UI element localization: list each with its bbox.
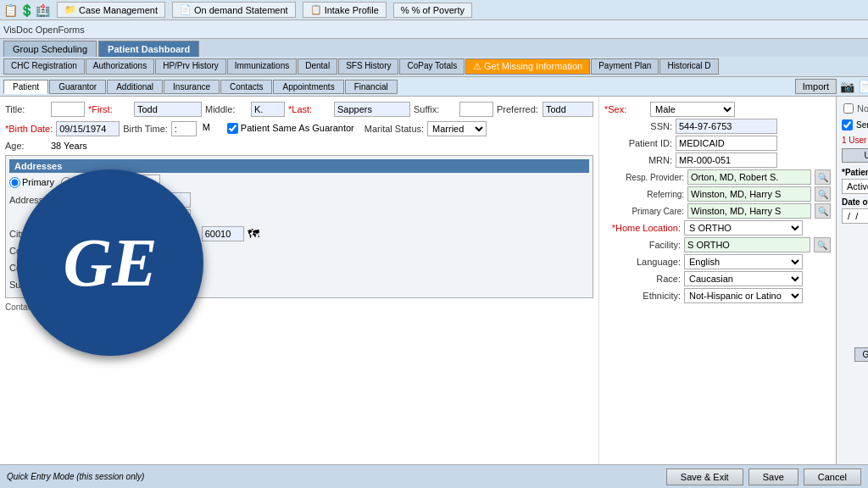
camera-icon: 📷 [840, 80, 854, 93]
percent-icon: % [401, 5, 409, 15]
tab-dental[interactable]: Dental [298, 58, 337, 75]
tab-patient[interactable]: Patient [3, 80, 48, 94]
patient-status-select[interactable]: Active [842, 179, 868, 194]
sex-code: M [200, 121, 217, 136]
patient-id-input[interactable] [676, 136, 777, 151]
tab-sfs-history[interactable]: SFS History [338, 58, 398, 75]
tab-financial[interactable]: Financial [345, 80, 398, 94]
top-bar: 📋 💲 🏥 📁 Case Management 📄 On demand Stat… [0, 0, 868, 20]
date-of-death-section: Date of Death: [842, 197, 868, 224]
marital-select[interactable]: Married [427, 121, 487, 136]
last-name-input[interactable] [334, 102, 410, 117]
tab-historical[interactable]: Historical D [659, 58, 718, 75]
referring-row: Referring: 🔍 [604, 186, 831, 202]
import-button[interactable]: Import [795, 79, 837, 94]
user-denied-text: 1 User denied access [842, 136, 868, 145]
ssn-label: SSN: [604, 121, 672, 131]
tab-chc-registration[interactable]: CHC Registration [3, 58, 85, 75]
race-select[interactable]: Caucasian [684, 271, 803, 286]
birthdate-label: *Birth Date: [5, 124, 53, 134]
tab-patient-dashboard[interactable]: Patient Dashboard [98, 41, 199, 57]
primary-care-label: Primary Care: [604, 207, 684, 216]
tab-insurance[interactable]: Insurance [164, 80, 220, 94]
sex-label: *Sex: [604, 104, 647, 114]
photo-buttons: Get Photo Remove Photo [842, 347, 868, 362]
save-exit-button[interactable]: Save & Exit [666, 469, 743, 485]
no-documents-checkbox[interactable] [843, 103, 854, 114]
tab-payment-plan[interactable]: Payment Plan [591, 58, 659, 75]
poverty-btn[interactable]: % % of Poverty [393, 3, 472, 18]
ssn-row: SSN: [604, 119, 831, 134]
language-select[interactable]: English [684, 254, 803, 269]
race-label: Race: [604, 274, 681, 284]
title-input[interactable] [51, 102, 85, 117]
save-button[interactable]: Save [748, 469, 798, 485]
language-label: Language: [604, 257, 681, 267]
suffix-input[interactable] [459, 102, 493, 117]
birthtime-label: Birth Time: [123, 124, 168, 134]
resp-provider-row: Resp. Provider: 🔍 [604, 169, 831, 185]
date-of-death-input[interactable] [842, 208, 868, 224]
tab-guarantor[interactable]: Guarantor [49, 80, 106, 94]
folder-icon: 📁 [64, 4, 76, 15]
tab-appointments[interactable]: Appointments [273, 80, 343, 94]
ethnicity-select[interactable]: Not-Hispanic or Latino [684, 288, 803, 303]
user-specific-access-button[interactable]: User Specific Chart Access... [842, 148, 868, 163]
age-label: Age: [5, 141, 47, 151]
language-row: Language: English [604, 254, 831, 269]
resp-provider-input[interactable] [687, 169, 811, 185]
preferred-input[interactable] [542, 102, 593, 117]
tab-additional[interactable]: Additional [107, 80, 163, 94]
patient-status-section: *Patient Status: Active [842, 168, 868, 194]
birthtime-input[interactable] [171, 121, 197, 136]
first-name-input[interactable] [134, 102, 202, 117]
marital-label: Marital Status: [364, 124, 424, 134]
ssn-input[interactable] [676, 119, 777, 134]
get-photo-button[interactable]: Get Photo [854, 347, 868, 362]
facility-search[interactable]: 🔍 [814, 237, 831, 252]
tab-group-scheduling[interactable]: Group Scheduling [3, 41, 97, 57]
birth-row: *Birth Date: Birth Time: M Patient Same … [5, 121, 593, 136]
on-demand-statement-btn[interactable]: 📄 On demand Statement [172, 2, 296, 18]
toolbar-icons: 📋 💲 🏥 [3, 3, 50, 17]
doc2-icon: 📄 [858, 80, 868, 93]
middle-name-input[interactable] [251, 102, 285, 117]
doc-icon: 📄 [180, 4, 192, 15]
intake-profile-btn[interactable]: 📋 Intake Profile [303, 2, 387, 18]
case-management-btn[interactable]: 📁 Case Management [57, 2, 165, 18]
tab-hp-prv-history[interactable]: HP/Prv History [155, 58, 226, 75]
tab-immunizations[interactable]: Immunizations [227, 58, 297, 75]
primary-care-search[interactable]: 🔍 [815, 203, 831, 219]
zipcode-input[interactable] [202, 226, 244, 241]
tab-contacts[interactable]: Contacts [220, 80, 272, 94]
resp-provider-search[interactable]: 🔍 [815, 169, 831, 185]
tab-copay-totals[interactable]: CoPay Totals [399, 58, 465, 75]
ge-text: GE [63, 225, 157, 302]
mrn-input[interactable] [676, 152, 777, 168]
birthdate-input[interactable] [56, 121, 120, 136]
resp-provider-label: Resp. Provider: [604, 173, 684, 182]
date-of-death-row [842, 208, 868, 224]
facility-label: Facility: [604, 240, 681, 250]
ethnicity-row: Ethnicity: Not-Hispanic or Latino [604, 288, 831, 303]
facility-input[interactable] [684, 237, 810, 252]
home-location-select[interactable]: S ORTHO [684, 220, 803, 236]
referring-input[interactable] [687, 186, 811, 202]
sensitive-patient-checkbox[interactable] [842, 119, 853, 130]
tab-authorizations[interactable]: Authorizations [86, 58, 154, 75]
quick-entry-text: Quick Entry Mode (this session only) [7, 472, 144, 481]
bottom-buttons: Save & Exit Save Cancel [666, 469, 861, 485]
providers-panel: *Sex: Male SSN: Patient ID: [598, 97, 836, 464]
sex-select[interactable]: Male [650, 102, 735, 117]
primary-care-input[interactable] [687, 203, 811, 219]
same-as-guarantor-checkbox[interactable] [227, 123, 238, 134]
race-row: Race: Caucasian [604, 271, 831, 286]
date-of-death-label: Date of Death: [842, 197, 868, 207]
middle-label: Middle: [205, 104, 248, 114]
tab-get-missing-info[interactable]: ⚠ Get Missing Information [465, 58, 590, 75]
app-toolbar: VisDoc OpenForms [0, 20, 868, 39]
referring-search[interactable]: 🔍 [815, 186, 831, 202]
name-row: Title: *First: Middle: *Last: Suffix: Pr… [5, 102, 593, 117]
nav-tabs: Group Scheduling Patient Dashboard [0, 39, 868, 57]
cancel-button[interactable]: Cancel [804, 469, 861, 485]
